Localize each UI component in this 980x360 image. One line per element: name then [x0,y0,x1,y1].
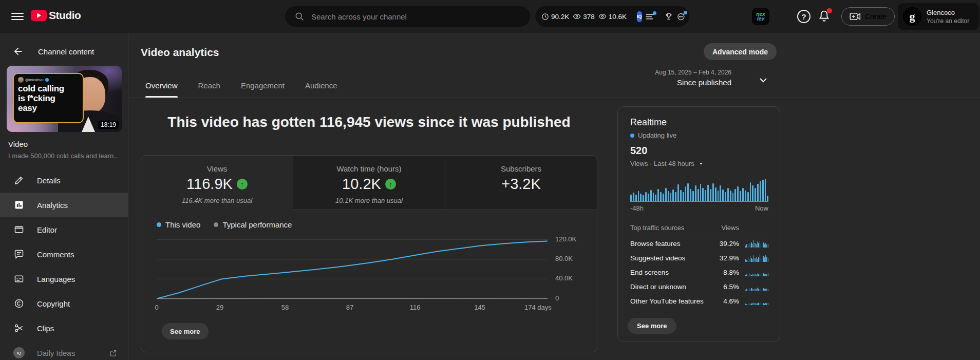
see-more-button[interactable]: See more [162,323,209,339]
date-range-text: Aug 15, 2025 – Feb 4, 2026 [565,69,731,76]
views-headline: This video has gotten 116,945 views sinc… [141,114,597,130]
account-chip[interactable]: g Glencoco You're an editor [898,3,979,30]
live-dot-icon [630,134,634,138]
y-axis-tick: 80.0K [555,255,573,262]
x-axis-tick: 116 [410,304,421,311]
studio-logo-text: Studio [49,9,81,22]
legend-this-video[interactable]: This video [157,220,200,229]
verified-badge-icon [45,78,49,82]
account-role: You're an editor [927,17,969,25]
tab-overview[interactable]: Overview [145,77,178,98]
topbar: Studio 90.2K 378 10.6K IQ [0,0,980,33]
metric-watch-time[interactable]: Watch time (hours) 10.2K ↑ 10.1K more th… [293,156,445,210]
youtube-studio-logo[interactable]: Studio [31,9,81,22]
date-mode-text: Since published [565,78,731,87]
film-icon [13,224,25,235]
traffic-sparkline [745,254,768,262]
trend-up-badge: ↑ [385,179,396,190]
vidiq-badge-icon[interactable]: IQ [637,11,642,22]
notification-dot [653,11,656,15]
extension-stats-pill: 90.2K 378 10.6K IQ [535,6,689,27]
sidebar-item-languages[interactable]: Languages [0,267,128,291]
x-axis-tick: 58 [281,304,289,311]
traffic-row: Direct or unknown 6.5% [630,279,768,294]
sidebar-item-comments[interactable]: Comments [0,242,128,267]
search-icon [294,11,305,22]
stat-value: 90.2K [551,13,569,21]
sidebar-item-analytics[interactable]: Analytics [0,193,128,217]
traffic-sparkline [745,239,768,248]
tab-engagement[interactable]: Engagement [241,77,285,98]
stat-value: 10.6K [609,13,627,21]
realtime-bar-chart [630,179,768,202]
scissors-icon [13,323,25,334]
metric-note: 10.1K more than usual [293,197,445,204]
account-name: Glencoco [927,9,969,16]
create-button[interactable]: Create [841,7,895,26]
youtube-play-icon [31,10,47,21]
search-input[interactable] [311,12,506,21]
chart-legend: This video Typical performance [157,220,292,229]
chevron-down-icon[interactable] [757,74,769,86]
realtime-see-more-button[interactable]: See more [628,318,676,334]
notification-dot [684,11,687,14]
y-axis-tick: 0 [555,294,559,302]
sidebar-item-details[interactable]: Details [0,168,128,193]
chevron-down-icon [698,161,704,167]
realtime-axis: -48h Now [630,204,768,212]
page-title: Video analytics [141,46,219,59]
realtime-count: 520 [630,145,647,157]
back-to-channel-content[interactable]: Channel content [0,43,128,60]
trend-up-badge: ↑ [237,179,248,190]
help-icon[interactable]: ? [797,10,811,23]
sidebar-item-editor[interactable]: Editor [0,217,128,242]
back-label: Channel content [38,47,94,56]
search-bar[interactable] [285,6,530,27]
x-axis-tick: 0 [155,304,158,311]
legend-dot [214,222,218,227]
x-axis-tick: 87 [346,304,353,311]
legend-typical-performance[interactable]: Typical performance [214,220,292,229]
tab-reach[interactable]: Reach [198,77,220,98]
header-divider [129,98,980,98]
create-label: Create [865,12,887,21]
chat-icon[interactable] [676,12,685,21]
video-thumbnail[interactable]: @micahvu cold calling is f*cking easy 18… [7,66,122,132]
metric-value: 10.2K [342,176,381,193]
metric-views[interactable]: Views 116.9K ↑ 116.4K more than usual [141,156,293,210]
traffic-row: Suggested videos 32.9% [630,251,768,265]
realtime-title: Realtime [630,117,667,128]
nexlev-extension-icon[interactable]: nex lev [752,8,769,25]
subtitles-icon [13,273,25,285]
pencil-icon [13,175,25,186]
analytics-tabs: Overview Reach Engagement Audience [145,77,337,98]
sidebar-item-clips[interactable]: Clips [0,316,128,340]
sidebar-menu: Details Analytics Editor Comments Langua… [0,168,128,360]
traffic-table: Browse features 39.2% Suggested videos 3… [630,236,768,308]
realtime-count-label[interactable]: Views · Last 48 hours [630,160,704,167]
eye-icon [573,12,581,21]
traffic-row: Other YouTube features 4.6% [630,294,768,308]
rank-list-icon[interactable] [646,13,654,21]
sidebar: Channel content @micahvu cold calling is… [0,33,128,360]
video-title-truncated: I made 500,000 cold calls and learn... [8,152,118,160]
hamburger-menu-icon[interactable] [11,11,24,22]
traffic-row: Browse features 39.2% [630,236,768,251]
sidebar-item-copyright[interactable]: Copyright [0,291,128,316]
stat-subs: 10.6K [598,12,627,21]
traffic-sparkline [745,282,768,291]
clock-icon [541,13,549,21]
metric-tabs: Views 116.9K ↑ 116.4K more than usual Wa… [141,156,597,210]
advanced-mode-button[interactable]: Advanced mode [704,43,777,60]
notifications-bell-icon[interactable] [818,9,831,23]
metric-value: +3.2K [501,176,541,193]
tab-audience[interactable]: Audience [305,77,337,98]
video-duration-badge: 18:19 [98,121,119,129]
metric-value: 116.9K [186,176,233,193]
metric-subscribers[interactable]: Subscribers +3.2K [445,156,597,210]
sidebar-item-daily-ideas[interactable]: IQ Daily Ideas [0,340,128,360]
trophy-icon[interactable] [665,12,673,21]
y-axis-tick: 120.0K [555,235,576,243]
date-range-selector[interactable]: Aug 15, 2025 – Feb 4, 2026 Since publish… [565,69,731,87]
create-video-icon [850,12,861,21]
